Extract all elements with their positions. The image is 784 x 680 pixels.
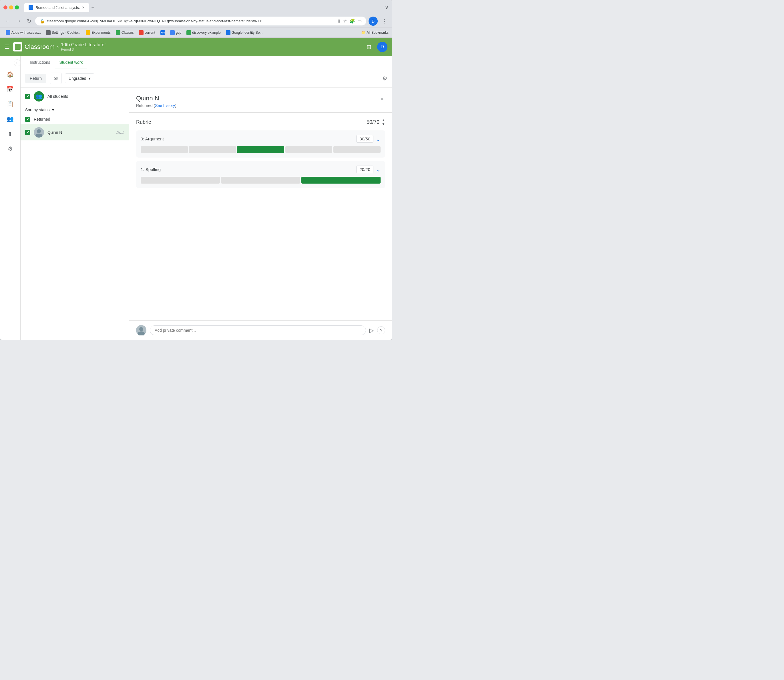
bookmark-settings[interactable]: Settings - Cookie... <box>44 29 83 36</box>
classroom-logo-inner <box>15 44 20 50</box>
close-traffic-light[interactable] <box>3 5 8 9</box>
bookmark-icon-gis <box>226 30 230 35</box>
sidebar-icon[interactable]: ▭ <box>357 18 362 24</box>
settings-icon: ⚙ <box>8 145 13 152</box>
bookmark-discovery[interactable]: discovery example <box>184 29 223 36</box>
bookmark-label-apps: Apps with access... <box>11 31 41 35</box>
profile-button[interactable]: D <box>368 17 378 26</box>
section-label: Returned <box>34 117 50 121</box>
sidebar-expand-button[interactable]: › <box>14 60 20 66</box>
see-history-link[interactable]: See history <box>155 103 175 108</box>
url-text: classroom.google.com/u/0/c/NjEyMDI4ODIxM… <box>47 19 335 23</box>
bookmark-icon-rpi: RPI <box>161 30 165 35</box>
score-up-button[interactable]: ▲ <box>382 118 385 122</box>
back-button[interactable]: ← <box>3 17 12 25</box>
active-tab[interactable]: Romeo and Juliet analysis. × <box>24 3 89 12</box>
apps-grid-button[interactable]: ⊞ <box>364 41 374 53</box>
score-down-button[interactable]: ▼ <box>382 123 385 126</box>
rubric-item-score: 30/50 <box>356 135 373 143</box>
student-checkbox[interactable]: ✓ <box>25 130 30 135</box>
sidebar-upload-button[interactable]: ⬆ <box>3 127 17 141</box>
return-button[interactable]: Return <box>25 74 46 83</box>
comment-help-button[interactable]: ? <box>377 326 385 334</box>
grade-dropdown[interactable]: Ungraded ▾ <box>65 74 94 83</box>
bookmark-icon-gcp <box>170 30 175 35</box>
close-detail-button[interactable]: × <box>379 94 385 104</box>
all-students-checkbox[interactable]: ✓ <box>25 94 30 99</box>
upload-icon: ⬆ <box>8 131 13 137</box>
score-arrows: ▲ ▼ <box>382 118 385 126</box>
settings-gear-button[interactable]: ⚙ <box>382 75 387 82</box>
window-control-icon[interactable]: ∨ <box>385 4 389 11</box>
bookmark-icon-experiments <box>86 30 90 35</box>
bookmark-label-settings: Settings - Cookie... <box>52 31 80 35</box>
detail-status-text: Returned ( <box>136 103 155 108</box>
sort-dropdown-button[interactable]: ▾ <box>52 107 54 112</box>
bookmark-icon-settings <box>46 30 50 35</box>
bookmarks-bar: Apps with access... Settings - Cookie...… <box>0 27 392 38</box>
bookmark-label-discovery: discovery example <box>192 31 220 35</box>
argument-rubric-bar <box>141 146 381 153</box>
sidebar-settings-button[interactable]: ⚙ <box>3 142 17 156</box>
sidebar-people-button[interactable]: 👥 <box>3 112 17 126</box>
tab-instructions[interactable]: Instructions <box>25 56 55 69</box>
spelling-expand-button[interactable]: ⌄ <box>376 166 381 173</box>
commenter-avatar-image <box>136 325 146 335</box>
lock-icon: 🔒 <box>40 19 45 24</box>
all-bookmarks-label: All Bookmarks <box>367 31 389 35</box>
bookmark-label-gcp: gcp <box>176 31 181 35</box>
user-avatar-button[interactable]: D <box>377 42 387 52</box>
sidebar-todo-button[interactable]: 📋 <box>3 97 17 111</box>
rubric-header: Rubric 50/70 ▲ ▼ <box>136 118 385 126</box>
comment-send-button[interactable]: ▷ <box>369 327 374 334</box>
tab-close-icon[interactable]: × <box>82 5 84 10</box>
bookmark-classes[interactable]: Classes <box>113 29 136 36</box>
maximize-traffic-light[interactable] <box>15 5 19 9</box>
bookmark-gis[interactable]: Google Identity Se... <box>224 29 265 36</box>
bookmark-icon[interactable]: ☆ <box>343 18 347 24</box>
main-layout: › 🏠 📅 📋 👥 ⬆ ⚙ <box>0 56 392 340</box>
detail-header: Quinn N Returned (See history) × <box>129 88 392 113</box>
reload-button[interactable]: ↻ <box>25 17 33 25</box>
all-bookmarks[interactable]: 📁 All Bookmarks <box>361 31 389 35</box>
rubric-item-name: 0: Argument <box>141 136 164 141</box>
send-icon: ▷ <box>369 327 374 334</box>
argument-expand-button[interactable]: ⌄ <box>376 135 381 142</box>
bookmark-apps[interactable]: Apps with access... <box>3 29 43 36</box>
bookmark-gcp[interactable]: gcp <box>168 29 184 36</box>
detail-panel: Quinn N Returned (See history) × Rubric <box>129 88 392 340</box>
student-row[interactable]: ✓ Quinn N Draft <box>20 124 129 140</box>
all-students-label: All students <box>47 94 68 99</box>
rubric-item-score-area-spelling: 20/20 ⌄ <box>356 165 381 173</box>
bookmark-current[interactable]: current <box>137 29 157 36</box>
comment-area: ▷ ? <box>129 320 392 340</box>
bookmark-rpi[interactable]: RPI <box>158 29 167 36</box>
hamburger-button[interactable]: ☰ <box>2 41 12 53</box>
svg-point-4 <box>139 327 143 331</box>
grade-label: Ungraded <box>69 76 87 81</box>
sidebar-calendar-button[interactable]: 📅 <box>3 82 17 96</box>
dropdown-arrow-icon: ▾ <box>89 76 91 81</box>
new-tab-button[interactable]: + <box>89 3 97 12</box>
extension-icon[interactable]: 🧩 <box>349 18 355 24</box>
email-button[interactable]: ✉ <box>50 72 61 84</box>
sidebar-home-button[interactable]: 🏠 <box>3 68 17 81</box>
private-comment-input[interactable] <box>150 326 366 335</box>
url-bar[interactable]: 🔒 classroom.google.com/u/0/c/NjEyMDI4ODI… <box>35 17 366 25</box>
forward-button[interactable]: → <box>14 17 23 25</box>
minimize-traffic-light[interactable] <box>9 5 13 9</box>
rubric-title: Rubric <box>136 119 151 125</box>
rubric-item-score-area: 30/50 ⌄ <box>356 135 381 143</box>
bar-segment-1 <box>189 146 236 153</box>
checkmark-icon: ✓ <box>26 131 29 134</box>
people-icon: 👥 <box>6 115 14 123</box>
group-icon: 👥 <box>36 93 42 99</box>
course-period: Period 3 <box>61 47 106 52</box>
avatar-image <box>34 127 44 137</box>
returned-checkbox[interactable]: ✓ <box>25 116 30 122</box>
tab-student-work[interactable]: Student work <box>55 56 88 69</box>
share-icon[interactable]: ⬆ <box>337 18 341 24</box>
bookmark-experiments[interactable]: Experiments <box>83 29 113 36</box>
more-options-button[interactable]: ⋮ <box>380 17 389 25</box>
bookmark-label-experiments: Experiments <box>91 31 111 35</box>
